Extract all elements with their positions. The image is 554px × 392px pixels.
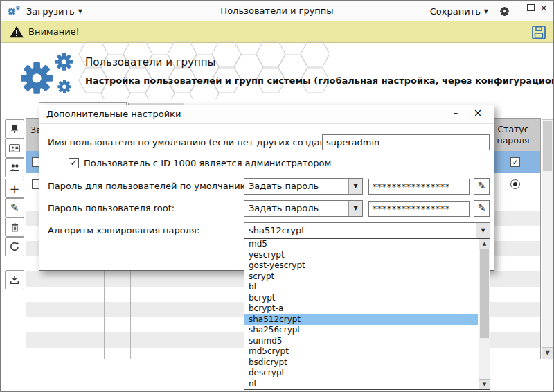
scrollbar-thumb[interactable] (543, 121, 552, 171)
combo-arrow-icon[interactable]: ▼ (348, 201, 362, 216)
hash-option-scrypt[interactable]: scrypt (244, 271, 478, 283)
warning-icon (9, 25, 24, 39)
dialog-close-button[interactable]: × (470, 107, 485, 121)
vertical-scrollbar[interactable]: ▼ (542, 119, 553, 359)
add-button[interactable]: + (5, 179, 24, 198)
header-gears-icon (16, 49, 75, 100)
save-button-label: Сохранить (430, 6, 481, 17)
edit-button[interactable]: ✎ (5, 198, 24, 217)
app-window: Загрузить ▼ Пользователи и группы Сохран… (0, 0, 554, 392)
hexagon-pattern (78, 41, 329, 99)
hash-option-md5[interactable]: md5 (244, 239, 478, 250)
app-gears-icon (6, 3, 21, 19)
dialog-titlebar[interactable]: Дополнительные настройки – × (39, 105, 494, 124)
hash-option-bcrypt-a[interactable]: bcrypt-a (244, 303, 478, 314)
refresh-icon (8, 240, 21, 253)
password-status-radio-row2[interactable] (510, 179, 520, 189)
load-button-label: Загрузить (26, 6, 75, 17)
root-password-input[interactable] (368, 201, 470, 217)
dropdown-scroll-up-button[interactable]: ▲ (479, 239, 490, 249)
trash-icon (9, 222, 21, 233)
hash-algorithm-dropdown-list: md5 yescrypt gost-yescrypt scrypt bf bcr… (244, 238, 490, 390)
root-password-edit-button[interactable]: ✎ (474, 200, 490, 217)
default-username-input[interactable] (322, 134, 490, 150)
delete-button[interactable] (5, 217, 24, 237)
admin-id1000-label: Пользователь с ID 1000 является админист… (84, 158, 331, 168)
root-password-mode-value: Задать пароль (249, 201, 347, 216)
combo-arrow-icon[interactable]: ▼ (348, 179, 362, 194)
hash-algorithm-combobox[interactable]: sha512crypt ▼ (244, 222, 490, 239)
chevron-down-icon: ▼ (78, 8, 82, 15)
download-icon (8, 274, 21, 286)
dialog-minimize-button[interactable]: – (448, 107, 463, 121)
warning-text: Внимание! (28, 21, 80, 42)
hash-algorithm-value: sha512crypt (249, 223, 474, 238)
bell-icon (8, 123, 21, 135)
hash-option-md5crypt[interactable]: md5crypt (244, 346, 478, 357)
floppy-icon (530, 24, 547, 41)
close-button[interactable]: × (539, 2, 548, 13)
dialog-title: Дополнительные настройки (46, 105, 181, 123)
pencil-icon: ✎ (10, 202, 19, 214)
warning-bar: Внимание! (1, 21, 553, 43)
hash-option-nt[interactable]: nt (244, 379, 478, 390)
refresh-button[interactable] (5, 237, 24, 256)
dropdown-scroll-down-button[interactable]: ▼ (479, 379, 490, 389)
hash-option-bf[interactable]: bf (244, 282, 478, 293)
window-titlebar: Загрузить ▼ Пользователи и группы Сохран… (1, 1, 553, 22)
maximize-button[interactable] (527, 4, 535, 11)
id-card-icon (8, 142, 21, 154)
hash-option-bcrypt[interactable]: bcrypt (244, 293, 478, 304)
settings-gear-button[interactable] (499, 6, 510, 17)
minimize-button[interactable]: – (518, 3, 522, 12)
save-button[interactable]: Сохранить ▼ (430, 1, 488, 21)
hash-option-bsdicrypt[interactable]: bsdicrypt (244, 357, 478, 368)
default-password-mode-combobox[interactable]: Задать пароль ▼ (244, 178, 363, 195)
default-password-label: Пароль для пользователей по умолчанию: (48, 181, 251, 191)
scrollbar-down-button[interactable]: ▼ (542, 347, 553, 359)
root-password-label: Пароль пользователя root: (48, 203, 175, 213)
dropdown-scrollbar[interactable]: ▲ ▼ (479, 239, 490, 389)
default-password-mode-value: Задать пароль (249, 179, 347, 194)
page-title: Пользователи и группы (85, 56, 215, 69)
hash-option-sha256crypt[interactable]: sha256crypt (244, 325, 478, 336)
plus-icon: + (9, 181, 19, 196)
password-status-checkbox-row1[interactable]: ✓ (510, 157, 520, 167)
admin-id1000-checkbox[interactable]: ✓ (69, 158, 79, 168)
dropdown-scrollbar-thumb[interactable] (480, 249, 489, 338)
people-icon (8, 161, 21, 174)
hash-option-yescrypt[interactable]: yescrypt (244, 250, 478, 261)
hash-algorithm-label: Алгоритм хэширования пароля: (48, 225, 199, 235)
download-button[interactable] (5, 270, 24, 289)
page-subtitle: Настройка пользователей и групп системы … (85, 75, 554, 86)
load-button[interactable]: Загрузить ▼ (26, 6, 82, 17)
default-password-input[interactable] (368, 179, 470, 195)
hash-option-sha512crypt[interactable]: sha512crypt (244, 314, 478, 326)
chevron-down-icon: ▼ (484, 8, 488, 15)
notifications-button[interactable] (5, 119, 24, 139)
default-username-label: Имя пользователя по умолчанию (если нет … (48, 137, 350, 148)
hash-option-gost-yescrypt[interactable]: gost-yescrypt (244, 260, 478, 271)
hash-option-sunmd5[interactable]: sunmd5 (244, 336, 478, 347)
root-password-mode-combobox[interactable]: Задать пароль ▼ (244, 200, 363, 217)
combo-arrow-icon[interactable]: ▼ (476, 223, 490, 238)
user-card-button[interactable] (5, 139, 24, 158)
user-groups-button[interactable] (5, 158, 24, 177)
hash-option-descrypt[interactable]: descrypt (244, 368, 478, 379)
default-password-edit-button[interactable]: ✎ (474, 178, 490, 195)
save-file-button[interactable] (530, 24, 548, 42)
